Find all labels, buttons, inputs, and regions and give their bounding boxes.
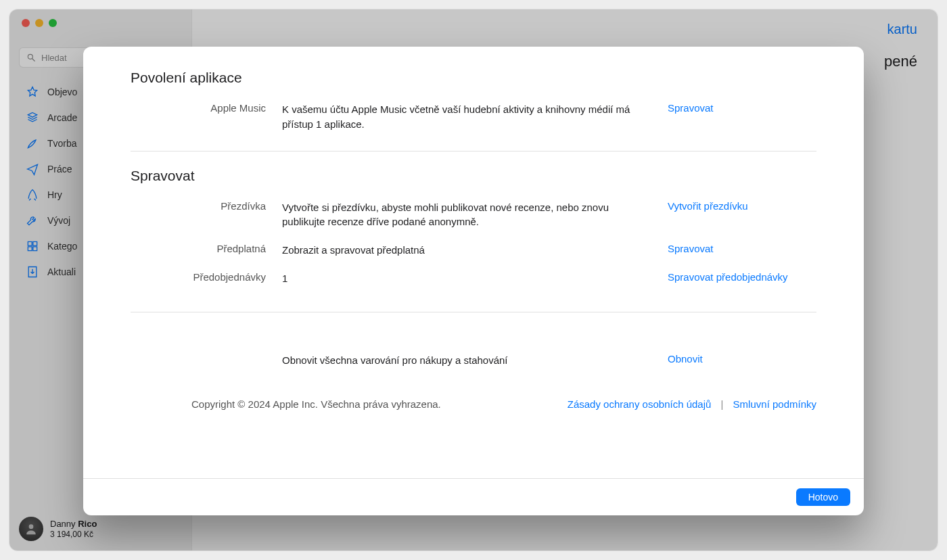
row-value: Zobrazit a spravovat předplatná bbox=[282, 243, 651, 258]
row-reset-warnings: Obnovit všechna varování pro nákupy a st… bbox=[131, 346, 816, 375]
footer-row: Copyright © 2024 Apple Inc. Všechna práv… bbox=[131, 398, 816, 410]
copyright-text: Copyright © 2024 Apple Inc. Všechna práv… bbox=[191, 398, 441, 410]
modal-footer: Hotovo bbox=[83, 478, 864, 515]
app-window: Hledat Objevo Arcade Tvorba Práce bbox=[9, 9, 938, 551]
row-value: K vašemu účtu Apple Music včetně vaší hu… bbox=[282, 102, 651, 132]
row-label: Apple Music bbox=[131, 102, 266, 132]
manage-preorders-link[interactable]: Spravovat předobjednávky bbox=[668, 271, 788, 283]
row-label bbox=[131, 353, 266, 368]
divider bbox=[131, 312, 816, 312]
row-label: Předplatná bbox=[131, 243, 266, 258]
row-value: Vytvořte si přezdívku, abyste mohli publ… bbox=[282, 200, 651, 230]
reset-warnings-link[interactable]: Obnovit bbox=[668, 353, 703, 365]
privacy-link[interactable]: Zásady ochrany osobních údajů bbox=[568, 398, 712, 410]
row-apple-music: Apple Music K vašemu účtu Apple Music vč… bbox=[131, 95, 816, 139]
row-preorders: Předobjednávky 1 Spravovat předobjednávk… bbox=[131, 264, 816, 293]
row-label: Přezdívka bbox=[131, 200, 266, 230]
divider bbox=[131, 151, 816, 151]
account-settings-modal: Povolení aplikace Apple Music K vašemu ú… bbox=[83, 47, 864, 515]
separator: | bbox=[721, 398, 724, 410]
manage-subscriptions-link[interactable]: Spravovat bbox=[668, 243, 714, 254]
row-value: Obnovit všechna varování pro nákupy a st… bbox=[282, 353, 651, 368]
section-title-manage: Spravovat bbox=[131, 168, 816, 184]
terms-link[interactable]: Smluvní podmínky bbox=[733, 398, 816, 410]
row-subscriptions: Předplatná Zobrazit a spravovat předplat… bbox=[131, 236, 816, 264]
section-title-permissions: Povolení aplikace bbox=[131, 70, 816, 86]
modal-body: Povolení aplikace Apple Music K vašemu ú… bbox=[83, 47, 864, 478]
row-nickname: Přezdívka Vytvořte si přezdívku, abyste … bbox=[131, 193, 816, 237]
create-nickname-link[interactable]: Vytvořit přezdívku bbox=[668, 200, 748, 212]
manage-apple-music-link[interactable]: Spravovat bbox=[668, 102, 714, 114]
row-label: Předobjednávky bbox=[131, 271, 266, 286]
done-button[interactable]: Hotovo bbox=[796, 488, 850, 506]
row-value: 1 bbox=[282, 271, 651, 286]
